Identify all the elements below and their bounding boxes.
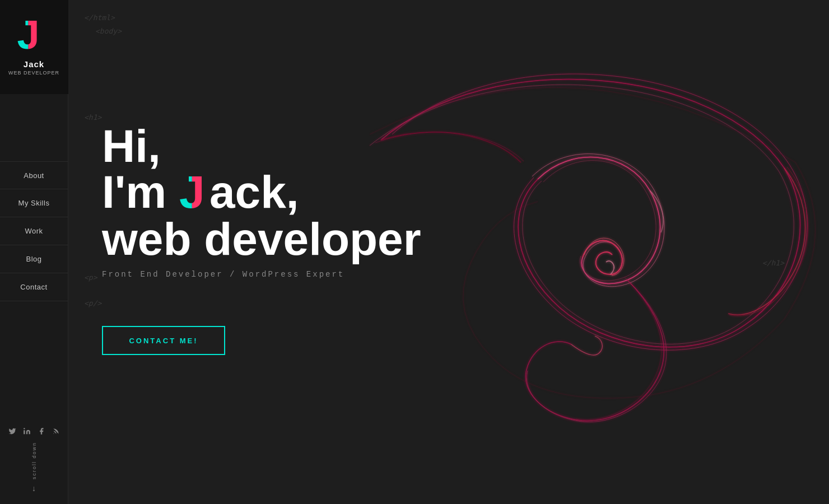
code-tag-body: <body> [95, 27, 122, 35]
svg-point-0 [24, 428, 25, 429]
scroll-down: scroll down ↓ [31, 442, 37, 493]
sidebar-nav: About My Skills Work Blog Contact [0, 161, 68, 301]
logo-area[interactable]: J J Jack Web Developer [0, 0, 68, 94]
code-tag-h1-close: </h1> [762, 259, 784, 267]
rss-icon[interactable] [52, 427, 60, 437]
sidebar-item-about[interactable]: About [0, 161, 68, 189]
code-tag-h1: <h1> [84, 113, 101, 122]
hero-role: web developer [102, 215, 421, 263]
code-tag-p-close: <p/> [84, 299, 101, 307]
logo-icon: J J [17, 15, 51, 55]
logo-role: Web Developer [8, 70, 59, 76]
code-tag-p-open: <p> [84, 273, 97, 282]
logo-name: Jack [24, 59, 44, 69]
code-tag-html: </html> [84, 13, 115, 22]
sidebar-item-contact[interactable]: Contact [0, 273, 68, 301]
twitter-icon[interactable] [8, 427, 16, 437]
scroll-arrow-icon: ↓ [32, 484, 36, 493]
scroll-text: scroll down [31, 442, 37, 479]
facebook-icon[interactable] [38, 427, 45, 437]
sidebar-item-blog[interactable]: Blog [0, 245, 68, 273]
social-icons [8, 427, 60, 437]
main-content: </html> <body> <h1> </h1> <p> <p/> Hi, I… [68, 0, 829, 504]
svg-point-1 [53, 433, 54, 434]
linkedin-icon[interactable] [23, 427, 31, 437]
sidebar-item-work[interactable]: Work [0, 217, 68, 245]
sidebar-item-myskills[interactable]: My Skills [0, 189, 68, 217]
hero-intro: I'm J J J ack, [102, 169, 421, 215]
hero-text: Hi, I'm J J J ack, web developer Front E… [102, 123, 421, 279]
hero-greeting: Hi, [102, 123, 421, 169]
hero-j-letter: J J J [179, 169, 209, 215]
contact-button[interactable]: Contact me! [102, 326, 225, 355]
hero-subtitle: Front End Developer / WordPress Expert [102, 270, 421, 279]
sidebar: J J Jack Web Developer About My Skills W… [0, 0, 68, 504]
